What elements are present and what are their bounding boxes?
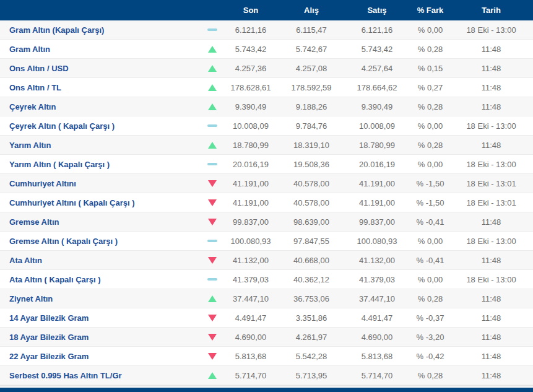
instrument-name: Yarım Altın ( Kapalı Çarşı ) <box>0 160 203 169</box>
alis-value: 6.115,47 <box>280 25 343 35</box>
tarih-value: 11:48 <box>449 333 533 342</box>
tarih-value: 11:48 <box>449 294 533 303</box>
table-row[interactable]: Ata Altın ( Kapalı Çarşı ) 41.379,03 40.… <box>0 270 533 289</box>
son-value: 41.379,03 <box>222 275 280 284</box>
tarih-value: 11:48 <box>449 64 533 73</box>
table-row[interactable]: Gremse Altın ( Kapalı Çarşı ) 100.080,93… <box>0 232 533 251</box>
table-row[interactable]: 14 Ayar Bilezik Gram 4.491,47 3.351,86 4… <box>0 308 533 328</box>
trend-up-icon <box>208 103 217 110</box>
tarih-value: 11:48 <box>449 352 533 361</box>
instrument-name: Çeyrek Altın <box>0 102 203 111</box>
trend-flat-icon <box>207 28 217 31</box>
table-row[interactable]: 18 Ayar Bilezik Gram 4.690,00 4.261,97 4… <box>0 328 533 347</box>
alis-value: 19.508,36 <box>280 160 343 169</box>
tarih-value: 18 Eki - 13:00 <box>449 160 533 169</box>
table-row[interactable]: Gram Altın 5.743,42 5.742,67 5.743,42 % … <box>0 40 533 59</box>
table-body: Gram Altın (Kapalı Çarşı) 6.121,16 6.115… <box>0 20 533 385</box>
instrument-name: Ata Altın ( Kapalı Çarşı ) <box>0 275 203 284</box>
tarih-value: 11:48 <box>449 256 533 265</box>
son-value: 6.121,16 <box>222 25 280 35</box>
column-header-alis: Alış <box>280 6 343 15</box>
alis-value: 4.261,97 <box>280 333 343 342</box>
trend-flat-icon <box>207 124 217 127</box>
tarih-value: 11:48 <box>449 217 533 227</box>
table-row[interactable]: Ons Altın / USD 4.257,36 4.257,08 4.257,… <box>0 59 533 78</box>
table-row[interactable]: Ons Altın / TL 178.628,61 178.592,59 178… <box>0 78 533 97</box>
tarih-value: 11:48 <box>449 313 533 323</box>
column-header-satis: Satış <box>343 6 411 15</box>
instrument-name: 22 Ayar Bilezik Gram <box>0 352 203 361</box>
trend-up-icon <box>208 65 217 72</box>
satis-value: 41.379,03 <box>343 275 411 284</box>
trend-flat-icon <box>207 240 217 242</box>
son-value: 4.491,47 <box>222 313 280 323</box>
instrument-name: Ons Altın / TL <box>0 83 203 92</box>
son-value: 99.837,00 <box>222 217 280 227</box>
gold-prices-table: Son Alış Satış % Fark Tarih Gram Altın (… <box>0 0 533 392</box>
table-row[interactable]: Yarım Altın 18.780,99 18.319,10 18.780,9… <box>0 136 533 155</box>
table-row[interactable]: 22 Ayar Bilezik Gram 5.813,68 5.542,28 5… <box>0 347 533 366</box>
son-value: 37.447,10 <box>222 294 280 303</box>
son-value: 9.390,49 <box>222 102 280 111</box>
trend-up-icon <box>208 46 217 53</box>
tarih-value: 18 Eki - 13:01 <box>449 179 533 188</box>
son-value: 100.080,93 <box>222 237 280 246</box>
satis-value: 37.447,10 <box>343 294 411 303</box>
satis-value: 100.080,93 <box>343 237 411 246</box>
tarih-value: 11:48 <box>449 83 533 92</box>
tarih-value: 18 Eki - 13:00 <box>449 25 533 35</box>
alis-value: 98.639,00 <box>280 217 343 227</box>
instrument-name: Gram Altın (Kapalı Çarşı) <box>0 25 203 35</box>
table-row[interactable]: Gremse Altın 99.837,00 98.639,00 99.837,… <box>0 212 533 232</box>
fark-value: % 0,28 <box>411 294 449 303</box>
table-row[interactable]: Cumhuriyet Altını ( Kapalı Çarşı ) 41.19… <box>0 193 533 212</box>
table-row[interactable]: Ziynet Altın 37.447,10 36.753,06 37.447,… <box>0 289 533 308</box>
satis-value: 41.191,00 <box>343 198 411 207</box>
son-value: 41.132,00 <box>222 256 280 265</box>
satis-value: 41.191,00 <box>343 179 411 188</box>
tarih-value: 11:48 <box>449 371 533 380</box>
table-row[interactable]: Serbest 0.995 Has Altın TL/Gr 5.714,70 5… <box>0 366 533 385</box>
fark-value: % 0,28 <box>411 141 449 150</box>
fark-value: % 0,28 <box>411 45 449 54</box>
table-row[interactable]: Cumhuriyet Altını 41.191,00 40.578,00 41… <box>0 174 533 193</box>
satis-value: 4.491,47 <box>343 313 411 323</box>
table-row[interactable]: Gram Altın (Kapalı Çarşı) 6.121,16 6.115… <box>0 20 533 40</box>
alis-value: 97.847,55 <box>280 237 343 246</box>
column-header-son: Son <box>222 6 280 15</box>
satis-value: 18.780,99 <box>343 141 411 150</box>
table-row[interactable]: Yarım Altın ( Kapalı Çarşı ) 20.016,19 1… <box>0 155 533 174</box>
alis-value: 4.257,08 <box>280 64 343 73</box>
instrument-name: Ons Altın / USD <box>0 64 203 73</box>
son-value: 5.714,70 <box>222 371 280 380</box>
satis-value: 20.016,19 <box>343 160 411 169</box>
fark-value: % 0,28 <box>411 102 449 111</box>
table-row[interactable]: Ata Altın 41.132,00 40.668,00 41.132,00 … <box>0 251 533 270</box>
instrument-name: 18 Ayar Bilezik Gram <box>0 333 203 342</box>
trend-down-icon <box>208 199 217 206</box>
alis-value: 5.713,95 <box>280 371 343 380</box>
trend-down-icon <box>208 315 217 321</box>
tarih-value: 18 Eki - 13:01 <box>449 198 533 207</box>
alis-value: 178.592,59 <box>280 83 343 92</box>
table-row[interactable]: Çeyrek Altın 9.390,49 9.188,26 9.390,49 … <box>0 97 533 116</box>
instrument-name: Gremse Altın ( Kapalı Çarşı ) <box>0 237 203 246</box>
fark-value: % -0,41 <box>411 256 449 265</box>
fark-value: % 0,00 <box>411 25 449 35</box>
satis-value: 5.743,42 <box>343 45 411 54</box>
tarih-value: 18 Eki - 13:00 <box>449 121 533 131</box>
son-value: 41.191,00 <box>222 198 280 207</box>
fark-value: % -0,41 <box>411 217 449 227</box>
son-value: 4.690,00 <box>222 333 280 342</box>
instrument-name: Cumhuriyet Altını <box>0 179 203 188</box>
satis-value: 5.813,68 <box>343 352 411 361</box>
son-value: 5.813,68 <box>222 352 280 361</box>
table-row[interactable]: Çeyrek Altın ( Kapalı Çarşı ) 10.008,09 … <box>0 116 533 136</box>
alis-value: 5.742,67 <box>280 45 343 54</box>
fark-value: % -1,50 <box>411 179 449 188</box>
alis-value: 9.784,76 <box>280 121 343 131</box>
fark-value: % 0,00 <box>411 160 449 169</box>
trend-down-icon <box>208 257 217 264</box>
instrument-name: Cumhuriyet Altını ( Kapalı Çarşı ) <box>0 198 203 207</box>
fark-value: % -0,42 <box>411 352 449 361</box>
